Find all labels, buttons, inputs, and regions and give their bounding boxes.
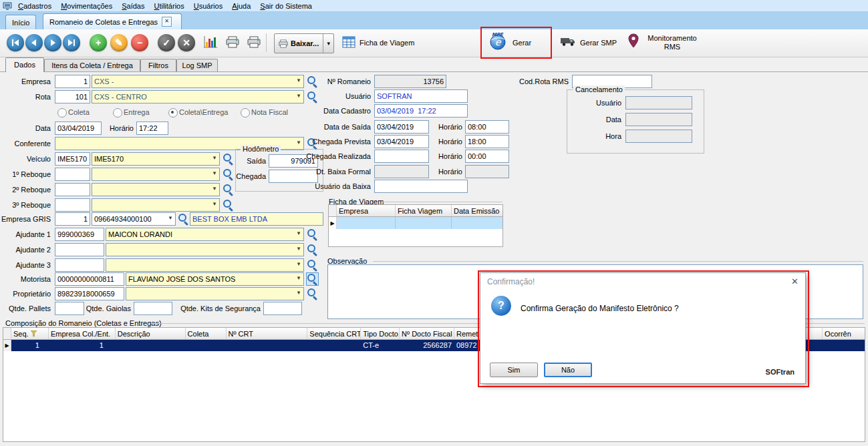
column-header[interactable]: Sequência CRT [307,328,361,339]
motorista-combo[interactable]: FLAVIANO JOSÉ DOS SANTOS▾ [126,272,304,286]
menu-movimentacoes[interactable]: Movimentações [56,0,117,12]
monitoramento-rms-button[interactable]: Monitoramento RMS [641,34,703,51]
tab-romaneio[interactable]: Romaneio de Coletas e Entregas ✕ [43,13,182,29]
nav-prev-button[interactable] [25,34,43,51]
menu-ajuda[interactable]: Ajuda [227,0,255,12]
column-header-seq[interactable]: Seq. [11,328,49,339]
menu-cadastros[interactable]: Cadastros [13,0,56,12]
search-icon[interactable] [307,273,318,285]
chevron-down-icon[interactable]: ▾ [210,170,219,176]
radio-entrega[interactable] [113,108,122,118]
chevron-down-icon[interactable]: ▾ [295,230,303,236]
proprietario-code-field[interactable]: 89823918000659 [55,287,124,300]
grid-cell[interactable]: 1 [11,340,49,351]
ajudante1-code-field[interactable]: 999000369 [55,228,104,241]
radio-nota-fiscal[interactable] [241,108,250,118]
grid-cell[interactable] [823,340,865,351]
ajudante2-combo[interactable]: ▾ [106,243,304,256]
qtde-gaiolas-field[interactable] [134,302,172,315]
nao-button[interactable]: Não [544,363,592,377]
sim-button[interactable]: Sim [490,363,538,377]
ficha-viagem-button[interactable]: Ficha de Viagem [359,39,414,47]
truck-icon[interactable] [560,36,576,47]
ajudante3-combo[interactable]: ▾ [106,258,304,272]
chevron-down-icon[interactable]: ▾ [166,214,174,221]
gerar-smp-button[interactable]: Gerar SMP [580,39,617,47]
reboque3-code-field[interactable] [55,198,90,212]
close-icon[interactable]: ✕ [162,17,172,27]
grid-cell[interactable]: 1 [49,340,116,351]
printer-icon[interactable] [226,36,239,48]
chegada-realizada-field[interactable] [374,150,429,163]
grid-cell[interactable] [186,340,227,351]
veiculo-combo[interactable]: IME5170▾ [92,152,220,166]
chart-icon[interactable] [203,35,218,49]
chegada-realizada-horario-field[interactable]: 00:00 [465,150,509,163]
qtde-kits-field[interactable] [263,302,302,315]
column-header[interactable]: Empresa Col./Ent. [49,328,116,339]
chevron-down-icon[interactable]: ▾ [210,154,219,161]
reboque1-code-field[interactable] [55,168,90,181]
add-button[interactable]: + [90,34,107,51]
search-icon[interactable] [223,153,234,165]
mpe-logo-icon[interactable]: e MPE [487,31,507,51]
search-icon[interactable] [307,228,318,240]
data-cadastro-field[interactable]: 03/04/2019 17:22 [374,104,468,118]
column-header[interactable]: Descrição [116,328,186,339]
nav-first-button[interactable] [7,34,24,51]
nav-last-button[interactable] [63,34,80,51]
reboque2-code-field[interactable] [55,183,90,196]
tab-dados[interactable]: Dados [5,57,44,72]
gerar-button[interactable]: Gerar [513,39,531,47]
column-header[interactable]: Nº Docto Fiscal [400,328,454,339]
filter-icon[interactable] [31,330,37,337]
motorista-code-field[interactable]: 00000000000811 [55,272,124,286]
grid-cell[interactable] [337,217,396,229]
delete-button[interactable]: − [131,34,148,51]
grid-cell[interactable] [116,340,186,351]
empresa-gris-cnpj-field[interactable]: 09664934000100▾ [92,212,176,226]
nav-next-button[interactable] [44,34,61,51]
search-icon[interactable] [178,213,189,225]
menu-utilitarios[interactable]: Utilitários [149,0,188,12]
rota-combo[interactable]: CXS - CENTRO▾ [92,90,304,103]
reboque1-combo[interactable]: ▾ [92,168,220,181]
menu-usuarios[interactable]: Usuários [189,0,227,12]
grid-cell[interactable] [396,217,452,229]
column-header[interactable]: Nº CRT [227,328,308,339]
grid-cell[interactable]: CT-e [361,340,400,351]
grid-cell[interactable] [227,340,308,351]
tab-filtros[interactable]: Filtros [140,59,176,71]
column-header[interactable]: Coleta [186,328,227,339]
ajudante2-code-field[interactable] [55,243,104,256]
search-icon[interactable] [307,288,318,300]
confirm-button[interactable]: ✓ [158,34,175,51]
chevron-down-icon[interactable]: ▾ [323,34,333,53]
grid-cell[interactable]: 2566287 [400,340,454,351]
map-pin-icon[interactable] [628,33,639,48]
reboque3-combo[interactable]: ▾ [92,198,220,212]
ajudante3-code-field[interactable] [55,258,104,272]
cancel-button[interactable]: ✕ [178,34,195,51]
column-header[interactable]: Ficha Viagem [396,205,452,216]
search-icon[interactable] [307,259,318,271]
search-icon[interactable] [307,244,318,256]
column-header[interactable]: Data Emissão [452,205,502,216]
horario-field[interactable]: 17:22 [136,122,168,135]
empresa-gris-name-field[interactable]: BEST BOX EMB LTDA [190,212,323,226]
grid-cell[interactable] [452,217,502,229]
menu-saidas[interactable]: Saídas [117,0,149,12]
data-saida-horario-field[interactable]: 08:00 [465,120,509,134]
radio-coleta-entrega[interactable] [168,108,178,118]
tab-itens[interactable]: Itens da Coleta / Entrega [44,59,140,71]
edit-button[interactable]: ✎ [110,34,128,51]
column-header[interactable]: Empresa [337,205,396,216]
chevron-down-icon[interactable]: ▾ [295,289,303,296]
close-icon[interactable]: ✕ [791,276,799,286]
tab-log-smp[interactable]: Log SMP [176,59,218,71]
empresa-code-field[interactable]: 1 [55,75,90,88]
empresa-combo[interactable]: CXS -▾ [92,75,304,88]
radio-coleta[interactable] [57,108,67,118]
usuario-baixa-field[interactable] [374,180,468,193]
baixar-button[interactable]: Baixar... ▾ [274,33,334,53]
